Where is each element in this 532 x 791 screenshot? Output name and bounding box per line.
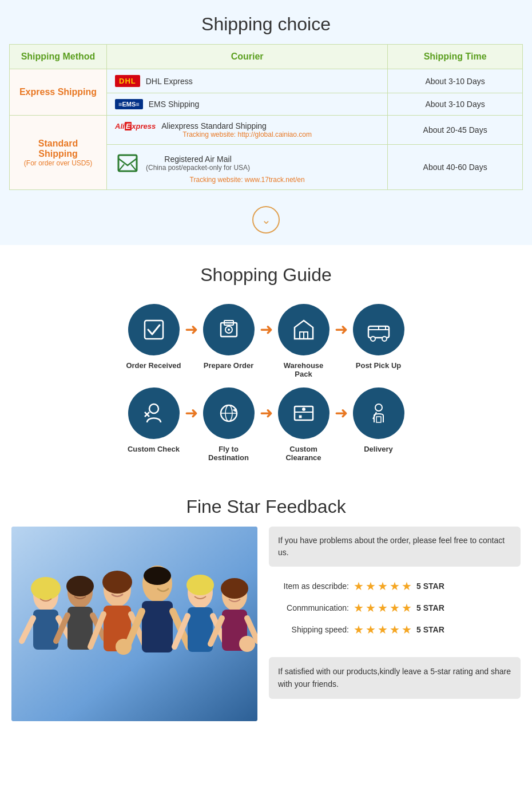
- step-label-order: Order Received: [126, 361, 181, 370]
- step-label-custom-check: Custom Check: [128, 445, 180, 453]
- svg-point-44: [144, 567, 171, 585]
- star-5: ★: [402, 623, 412, 636]
- shipping-table: Shipping Method Courier Shipping Time Ex…: [9, 44, 523, 190]
- rating-value-communication: 5 STAR: [416, 603, 444, 612]
- rating-label-description: Item as describde:: [269, 582, 349, 591]
- arrow-5: ➜: [257, 404, 275, 422]
- ems-logo: ≡EMS≡: [115, 99, 143, 109]
- step-prepare: Prepare Order: [200, 304, 257, 370]
- star-5: ★: [402, 601, 412, 615]
- step-custom-check: Custom Check: [125, 387, 182, 453]
- step-label-prepare: Prepare Order: [204, 361, 253, 370]
- time-dhl: About 3-10 Days: [388, 69, 523, 93]
- step-label-warehouse: Warehouse Pack: [275, 361, 332, 378]
- guide-title: Shopping Guide: [0, 251, 532, 295]
- time-aliexpress: About 20-45 Days: [388, 116, 523, 145]
- tracking-cainiao: Tracking website: http://global.cainiao.…: [115, 130, 379, 139]
- feedback-right: If you have problems about the order, pl…: [269, 527, 521, 699]
- shipping-title: Shipping choice: [0, 0, 532, 44]
- svg-point-34: [66, 576, 94, 596]
- svg-point-13: [149, 404, 158, 413]
- star-2: ★: [366, 579, 376, 593]
- svg-point-39: [102, 571, 132, 594]
- star-3: ★: [378, 579, 388, 593]
- svg-point-5: [228, 329, 230, 331]
- dhl-name: DHL Express: [146, 77, 193, 86]
- airmail-sub: (China post/epacket-only for USA): [146, 164, 250, 172]
- svg-point-24: [375, 404, 382, 411]
- rating-value-description: 5 STAR: [416, 582, 444, 591]
- airmail-icon: [115, 151, 140, 176]
- star-2: ★: [366, 623, 376, 636]
- svg-rect-45: [142, 601, 173, 652]
- stars-description: ★ ★ ★ ★ ★: [354, 579, 412, 593]
- feedback-title: Fine Star Feedback: [0, 482, 532, 527]
- rating-row-description: Item as describde: ★ ★ ★ ★ ★ 5 STAR: [269, 579, 521, 593]
- rating-row-shipping: Shipping speed: ★ ★ ★ ★ ★ 5 STAR: [269, 623, 521, 636]
- feedback-bubble-top: If you have problems about the order, pl…: [269, 527, 521, 567]
- svg-point-56: [221, 578, 248, 599]
- ratings-box: Item as describde: ★ ★ ★ ★ ★ 5 STAR Conm…: [269, 576, 521, 648]
- courier-ems: ≡EMS≡ EMS Shipping: [107, 93, 388, 116]
- col-header-courier: Courier: [107, 45, 388, 69]
- step-delivery: Delivery: [350, 387, 407, 453]
- rating-label-shipping: Shipping speed:: [269, 625, 349, 634]
- col-header-method: Shipping Method: [10, 45, 107, 69]
- star-3: ★: [378, 623, 388, 636]
- airmail-name: Registered Air Mail: [146, 155, 250, 164]
- star-1: ★: [354, 579, 364, 593]
- star-4: ★: [390, 601, 400, 615]
- svg-point-12: [382, 337, 387, 341]
- step-label-clearance: Custom Clearance: [275, 445, 332, 462]
- aliexpress-name: Aliexpress Standard Shipping: [161, 121, 267, 130]
- star-4: ★: [390, 579, 400, 593]
- step-label-fly: Fly to Destination: [200, 445, 257, 462]
- step-warehouse: Warehouse Pack: [275, 304, 332, 378]
- step-label-pickup: Post Pick Up: [356, 361, 401, 370]
- time-ems: About 3-10 Days: [388, 93, 523, 116]
- step-label-delivery: Delivery: [364, 445, 393, 453]
- rating-label-communication: Conmmunication:: [269, 603, 349, 612]
- step-circle-order: [128, 304, 180, 355]
- feedback-content: If you have problems about the order, pl…: [0, 527, 532, 721]
- stars-communication: ★ ★ ★ ★ ★: [354, 601, 412, 615]
- step-circle-pickup: [353, 304, 404, 355]
- arrow-2: ➜: [257, 320, 275, 339]
- step-circle-clearance: [278, 387, 329, 439]
- dhl-logo: DHL: [115, 75, 140, 87]
- tracking-17track: Tracking website: www.17track.net/en: [115, 176, 379, 184]
- step-circle-custom-check: [128, 387, 180, 439]
- courier-aliexpress: AliExpress Aliexpress Standard Shipping …: [107, 116, 388, 145]
- table-row: Standard Shipping (For order over USD5) …: [10, 116, 523, 145]
- rating-row-communication: Conmmunication: ★ ★ ★ ★ ★ 5 STAR: [269, 601, 521, 615]
- time-airmail: About 40-60 Days: [388, 145, 523, 190]
- courier-airmail: Registered Air Mail (China post/epacket-…: [107, 145, 388, 190]
- star-2: ★: [366, 601, 376, 615]
- rating-value-shipping: 5 STAR: [416, 625, 444, 634]
- shipping-table-wrap: Shipping Method Courier Shipping Time Ex…: [0, 44, 532, 196]
- step-pickup: Post Pick Up: [350, 304, 407, 370]
- step-custom-clearance: Custom Clearance: [275, 387, 332, 462]
- guide-steps-row2: Custom Check ➜ Fly to Destination ➜: [0, 382, 532, 465]
- guide-steps-row1: Order Received ➜ Prepare Order ➜: [0, 295, 532, 382]
- arrow-4: ➜: [182, 404, 200, 422]
- guide-section: Shopping Guide Order Received ➜: [0, 245, 532, 477]
- arrow-6: ➜: [332, 404, 350, 422]
- col-header-time: Shipping Time: [388, 45, 523, 69]
- step-circle-warehouse: [278, 304, 329, 355]
- feedback-section: Fine Star Feedback: [0, 477, 532, 738]
- step-circle-fly: [203, 387, 255, 439]
- step-fly: Fly to Destination: [200, 387, 257, 462]
- shipping-section: Shipping choice Shipping Method Courier …: [0, 0, 532, 245]
- method-standard: Standard Shipping (For order over USD5): [10, 116, 107, 190]
- method-express: Express Shipping: [10, 69, 107, 116]
- star-4: ★: [390, 623, 400, 636]
- chevron-down-icon: ⌄: [252, 206, 280, 234]
- courier-dhl: DHL DHL Express: [107, 69, 388, 93]
- star-1: ★: [354, 601, 364, 615]
- arrow-3: ➜: [332, 320, 350, 339]
- aliexpress-logo: AliExpress: [115, 122, 156, 130]
- svg-point-51: [186, 575, 214, 595]
- svg-point-29: [31, 577, 61, 600]
- svg-rect-25: [376, 417, 381, 422]
